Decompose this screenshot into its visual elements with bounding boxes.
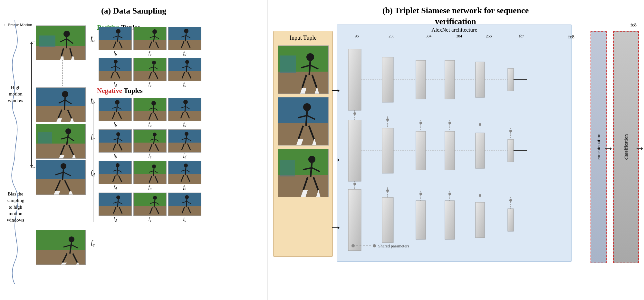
- pos-tuple-1: fb fc fd: [99, 27, 201, 57]
- dot-line-1: [62, 60, 63, 86]
- input-tuple-label: Input Tuple: [274, 31, 332, 44]
- svg-line-191: [186, 199, 187, 207]
- svg-rect-188: [168, 205, 201, 216]
- fc8-label: fc8: [568, 34, 574, 40]
- frame-fe-label: fe: [91, 240, 95, 248]
- svg-marker-293: [338, 89, 340, 92]
- frame-fd: fd: [36, 160, 86, 195]
- layer-num-384b: 384: [456, 34, 462, 39]
- svg-rect-189: [168, 193, 201, 206]
- svg-rect-235: [382, 128, 393, 173]
- main-container: (a) Data Sampling ← Frame Motion Time Hi…: [0, 0, 644, 300]
- svg-rect-229: [382, 57, 393, 102]
- svg-rect-42: [36, 250, 86, 265]
- svg-point-54: [116, 29, 120, 34]
- svg-rect-230: [416, 60, 426, 99]
- svg-rect-133: [134, 130, 167, 143]
- frame-fe: fe: [36, 230, 86, 265]
- concat-label: concatenation: [596, 134, 601, 160]
- classification-box: classification: [613, 31, 639, 263]
- svg-point-174: [116, 195, 120, 199]
- svg-point-166: [184, 164, 188, 167]
- svg-rect-233: [508, 68, 514, 91]
- network-diagram-svg: Shared parameters: [337, 39, 572, 259]
- frame-fa-label: fa: [91, 35, 95, 43]
- svg-rect-141: [168, 130, 201, 143]
- fc8-top-label: fc8: [630, 22, 637, 28]
- svg-point-209: [303, 103, 311, 111]
- frame-fc: fc: [36, 124, 86, 159]
- svg-rect-85: [134, 58, 167, 71]
- neg-tuple-4: fd fe fb: [99, 193, 201, 223]
- svg-rect-181: [134, 193, 167, 206]
- svg-marker-301: [641, 147, 643, 150]
- svg-rect-234: [348, 120, 361, 181]
- svg-rect-148: [99, 174, 132, 184]
- svg-rect-238: [476, 133, 485, 168]
- svg-point-190: [185, 195, 189, 199]
- neg-tuple-2: fb fe fd: [99, 129, 201, 159]
- svg-text:Shared parameters: Shared parameters: [378, 244, 409, 248]
- svg-point-3: [63, 31, 70, 37]
- svg-line-119: [185, 104, 186, 112]
- svg-point-288: [351, 244, 355, 247]
- svg-line-167: [185, 167, 186, 175]
- layer-num-256: 256: [486, 34, 492, 39]
- svg-rect-52: [99, 39, 132, 50]
- svg-rect-236: [416, 131, 426, 170]
- svg-rect-69: [168, 27, 201, 40]
- layer-num-256: 256: [389, 34, 394, 39]
- left-title: (a) Data Sampling: [0, 0, 267, 19]
- svg-rect-92: [168, 70, 201, 81]
- high-motion-arrow: [30, 42, 33, 167]
- svg-line-210: [306, 111, 307, 126]
- svg-line-151: [117, 167, 118, 175]
- layer-num-96: 96: [355, 34, 359, 39]
- concat-to-classif-arrow: [605, 145, 612, 152]
- svg-point-199: [306, 53, 314, 61]
- svg-rect-165: [168, 161, 201, 174]
- arrow-up-icon: [30, 42, 33, 44]
- svg-point-182: [153, 196, 157, 200]
- negative-tuples-title: Negative Tuples: [97, 87, 143, 95]
- svg-line-79: [115, 64, 116, 72]
- svg-point-134: [153, 133, 157, 136]
- svg-rect-33: [36, 160, 86, 179]
- svg-rect-53: [99, 27, 132, 40]
- high-motion-label: Highmotionwindow: [2, 84, 29, 104]
- layer-num-384: 384: [426, 34, 431, 39]
- svg-rect-245: [508, 209, 514, 231]
- input-img-3: [278, 149, 329, 197]
- alexnet-box: AlexNet architecture 96 256 384 384 256 …: [337, 25, 572, 262]
- svg-rect-23: [38, 132, 52, 144]
- arrow-down-icon: [30, 165, 33, 167]
- frame-fa: fa: [36, 25, 86, 60]
- right-panel: (b) Triplet Siamese network for sequence…: [267, 0, 644, 300]
- svg-line-103: [117, 105, 117, 112]
- svg-point-70: [184, 29, 188, 33]
- svg-rect-101: [99, 98, 132, 111]
- input-arrows-svg: [332, 31, 340, 263]
- svg-marker-299: [610, 147, 612, 150]
- input-tuple-box: Input Tuple: [273, 31, 333, 257]
- svg-rect-124: [99, 142, 132, 153]
- classif-label: classification: [623, 134, 629, 160]
- svg-line-14: [64, 97, 65, 110]
- svg-point-24: [65, 128, 71, 134]
- svg-rect-237: [445, 131, 455, 170]
- svg-point-62: [152, 29, 157, 34]
- neg-tuple-3: fd fa fb: [99, 161, 201, 191]
- svg-rect-12: [36, 88, 86, 106]
- svg-point-44: [69, 236, 74, 242]
- concatenation-box: concatenation: [591, 31, 607, 263]
- svg-rect-2: [39, 35, 55, 47]
- classif-out-arrow: [637, 145, 644, 152]
- svg-rect-43: [36, 230, 86, 250]
- input-img-1: [278, 45, 329, 94]
- left-panel: (a) Data Sampling ← Frame Motion Time Hi…: [0, 0, 267, 300]
- svg-point-78: [114, 60, 118, 64]
- svg-point-158: [152, 165, 156, 168]
- svg-line-159: [153, 168, 154, 176]
- svg-point-126: [116, 132, 120, 136]
- svg-rect-244: [476, 202, 485, 238]
